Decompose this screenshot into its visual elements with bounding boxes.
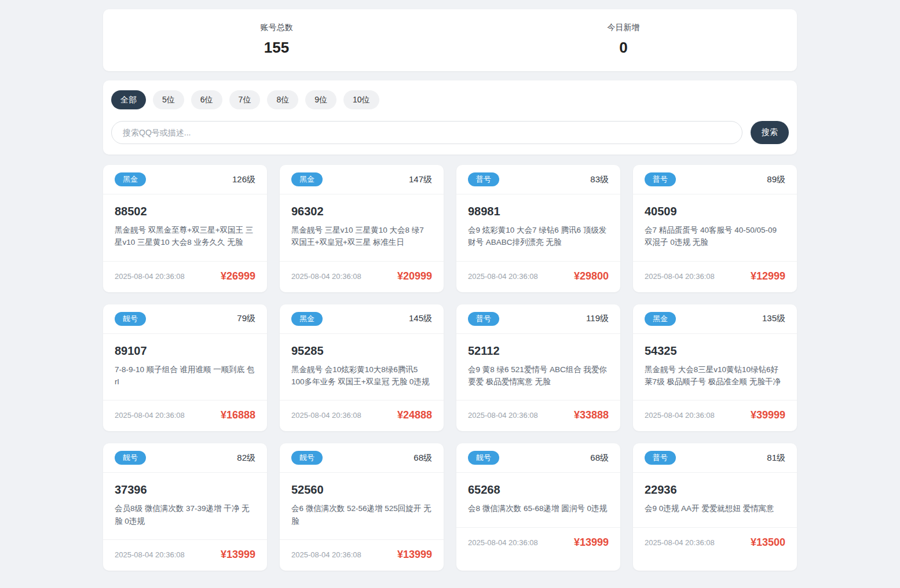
card-body: 40509 会7 精品蛋蛋号 40客服号 40-50/05-09 双混子 0违规… bbox=[633, 194, 797, 261]
account-card[interactable]: 黑金 126级 88502 黑金靓号 双黑金至尊+双三星+双国王 三星v10 三… bbox=[103, 165, 267, 292]
price: ¥33888 bbox=[574, 409, 609, 421]
account-description: 黑金靓号 双黑金至尊+双三星+双国王 三星v10 三星黄10 大会8 业务久久 … bbox=[115, 224, 255, 249]
account-card[interactable]: 靓号 79级 89107 7-8-9-10 顺子组合 谁用谁顺 一顺到底 包rl… bbox=[103, 304, 267, 432]
account-card[interactable]: 普号 89级 40509 会7 精品蛋蛋号 40客服号 40-50/05-09 … bbox=[633, 165, 797, 292]
stat-today-label: 今日新增 bbox=[450, 23, 797, 33]
card-footer: 2025-08-04 20:36:08 ¥26999 bbox=[103, 261, 267, 292]
account-description: 黑金靓号 大会8三星v10黄钻10绿钻6好莱7级 极品顺子号 极品准全顺 无脸干… bbox=[645, 363, 785, 388]
listing-date: 2025-08-04 20:36:08 bbox=[645, 538, 715, 547]
card-header: 黑金 126级 bbox=[103, 165, 267, 194]
card-header: 黑金 145级 bbox=[280, 304, 444, 334]
price: ¥20999 bbox=[397, 270, 432, 282]
account-type-badge: 黑金 bbox=[645, 312, 676, 326]
account-description: 会6 微信满次数 52-56递增 525回旋开 无脸 bbox=[291, 502, 432, 527]
card-body: 98981 会9 炫彩黄10 大会7 绿钻6 腾讯6 顶级发财号 ABABC排列… bbox=[456, 194, 620, 261]
account-card[interactable]: 普号 119级 52112 会9 黄8 绿6 521爱情号 ABC组合 我爱你要… bbox=[456, 304, 620, 432]
digit-filter-tabs: 全部 5位 6位 7位 8位 9位 10位 bbox=[111, 90, 789, 109]
account-description: 会9 黄8 绿6 521爱情号 ABC组合 我爱你要爱 极品爱情寓意 无脸 bbox=[468, 363, 609, 388]
account-level: 68级 bbox=[414, 453, 432, 464]
price: ¥13999 bbox=[397, 549, 432, 561]
account-card[interactable]: 普号 81级 22936 会9 0违规 AA开 爱爱就想妞 爱情寓意 2025-… bbox=[633, 443, 797, 571]
account-level: 79级 bbox=[237, 313, 255, 324]
qq-number: 88502 bbox=[115, 205, 255, 218]
card-footer: 2025-08-04 20:36:08 ¥13500 bbox=[633, 527, 797, 558]
account-card[interactable]: 黑金 145级 95285 黑金靓号 会10炫彩黄10大8绿6腾讯5 100多年… bbox=[280, 304, 444, 432]
account-description: 黑金靓号 会10炫彩黄10大8绿6腾讯5 100多年业务 双国王+双皇冠 无脸 … bbox=[291, 363, 432, 388]
card-footer: 2025-08-04 20:36:08 ¥39999 bbox=[633, 400, 797, 431]
price: ¥29800 bbox=[574, 270, 609, 282]
account-type-badge: 黑金 bbox=[291, 172, 323, 186]
card-body: 65268 会8 微信满次数 65-68递增 圆润号 0违规 bbox=[456, 473, 620, 527]
search-row: 搜索 bbox=[111, 121, 789, 144]
account-level: 126级 bbox=[232, 174, 255, 185]
card-body: 22936 会9 0违规 AA开 爱爱就想妞 爱情寓意 bbox=[633, 473, 797, 527]
qq-number: 98981 bbox=[468, 205, 609, 218]
account-card[interactable]: 黑金 135级 54325 黑金靓号 大会8三星v10黄钻10绿钻6好莱7级 极… bbox=[633, 304, 797, 432]
card-footer: 2025-08-04 20:36:08 ¥24888 bbox=[280, 400, 444, 431]
card-header: 普号 119级 bbox=[456, 304, 620, 334]
digit-filter-tab[interactable]: 10位 bbox=[343, 90, 379, 109]
listing-date: 2025-08-04 20:36:08 bbox=[645, 411, 715, 420]
digit-filter-tab[interactable]: 7位 bbox=[229, 90, 261, 109]
account-type-badge: 靓号 bbox=[115, 451, 146, 465]
card-footer: 2025-08-04 20:36:08 ¥29800 bbox=[456, 261, 620, 292]
digit-filter-tab[interactable]: 6位 bbox=[191, 90, 222, 109]
listing-date: 2025-08-04 20:36:08 bbox=[115, 411, 185, 420]
card-header: 普号 83级 bbox=[456, 165, 620, 194]
card-footer: 2025-08-04 20:36:08 ¥16888 bbox=[103, 400, 267, 431]
account-description: 7-8-9-10 顺子组合 谁用谁顺 一顺到底 包rl bbox=[115, 363, 255, 388]
card-body: 54325 黑金靓号 大会8三星v10黄钻10绿钻6好莱7级 极品顺子号 极品准… bbox=[633, 334, 797, 400]
digit-filter-tab[interactable]: 全部 bbox=[111, 90, 146, 109]
card-footer: 2025-08-04 20:36:08 ¥33888 bbox=[456, 400, 620, 431]
account-card-grid: 黑金 126级 88502 黑金靓号 双黑金至尊+双三星+双国王 三星v10 三… bbox=[103, 165, 797, 571]
qq-number: 37396 bbox=[115, 483, 255, 497]
card-footer: 2025-08-04 20:36:08 ¥13999 bbox=[103, 539, 267, 571]
account-type-badge: 普号 bbox=[645, 451, 676, 465]
listing-date: 2025-08-04 20:36:08 bbox=[468, 538, 538, 547]
account-card[interactable]: 靓号 68级 65268 会8 微信满次数 65-68递增 圆润号 0违规 20… bbox=[456, 443, 620, 571]
account-card[interactable]: 靓号 82级 37396 会员8级 微信满次数 37-39递增 干净 无脸 0违… bbox=[103, 443, 267, 571]
card-header: 普号 81级 bbox=[633, 443, 797, 473]
stat-today-value: 0 bbox=[450, 39, 797, 57]
price: ¥13500 bbox=[751, 536, 785, 549]
account-card[interactable]: 靓号 68级 52560 会6 微信满次数 52-56递增 525回旋开 无脸 … bbox=[280, 443, 444, 571]
card-header: 靓号 68级 bbox=[456, 443, 620, 473]
card-body: 95285 黑金靓号 会10炫彩黄10大8绿6腾讯5 100多年业务 双国王+双… bbox=[280, 334, 444, 400]
account-description: 会9 0违规 AA开 爱爱就想妞 爱情寓意 bbox=[645, 502, 785, 514]
page-container: 账号总数 155 今日新增 0 全部 5位 6位 7位 8位 9位 10位 搜索… bbox=[103, 0, 797, 571]
account-description: 会9 炫彩黄10 大会7 绿钻6 腾讯6 顶级发财号 ABABC排列漂亮 无脸 bbox=[468, 224, 609, 249]
account-level: 145级 bbox=[409, 313, 432, 324]
account-type-badge: 靓号 bbox=[115, 312, 146, 326]
price: ¥39999 bbox=[751, 409, 785, 421]
stat-total-accounts: 账号总数 155 bbox=[103, 23, 450, 57]
qq-number: 95285 bbox=[291, 344, 432, 358]
account-card[interactable]: 普号 83级 98981 会9 炫彩黄10 大会7 绿钻6 腾讯6 顶级发财号 … bbox=[456, 165, 620, 292]
account-card[interactable]: 黑金 147级 96302 黑金靓号 三星v10 三星黄10 大会8 绿7 双国… bbox=[280, 165, 444, 292]
listing-date: 2025-08-04 20:36:08 bbox=[291, 272, 361, 281]
listing-date: 2025-08-04 20:36:08 bbox=[115, 550, 185, 559]
listing-date: 2025-08-04 20:36:08 bbox=[645, 272, 715, 281]
listing-date: 2025-08-04 20:36:08 bbox=[468, 411, 538, 420]
card-header: 普号 89级 bbox=[633, 165, 797, 194]
listing-date: 2025-08-04 20:36:08 bbox=[291, 550, 361, 559]
account-level: 135级 bbox=[762, 313, 785, 324]
listing-date: 2025-08-04 20:36:08 bbox=[291, 411, 361, 420]
listing-date: 2025-08-04 20:36:08 bbox=[115, 272, 185, 281]
account-level: 119级 bbox=[586, 313, 609, 324]
digit-filter-tab[interactable]: 5位 bbox=[153, 90, 184, 109]
digit-filter-tab[interactable]: 9位 bbox=[305, 90, 336, 109]
account-level: 81级 bbox=[767, 453, 785, 464]
search-input[interactable] bbox=[111, 121, 742, 144]
price: ¥26999 bbox=[221, 270, 255, 282]
filter-panel: 全部 5位 6位 7位 8位 9位 10位 搜索 bbox=[103, 80, 797, 155]
card-header: 靓号 68级 bbox=[280, 443, 444, 473]
qq-number: 96302 bbox=[291, 205, 432, 218]
account-type-badge: 靓号 bbox=[291, 451, 323, 465]
account-level: 83级 bbox=[590, 174, 609, 185]
price: ¥16888 bbox=[221, 409, 255, 421]
digit-filter-tab[interactable]: 8位 bbox=[267, 90, 298, 109]
card-body: 37396 会员8级 微信满次数 37-39递增 干净 无脸 0违规 bbox=[103, 473, 267, 539]
card-footer: 2025-08-04 20:36:08 ¥13999 bbox=[280, 539, 444, 571]
search-button[interactable]: 搜索 bbox=[751, 121, 789, 144]
card-footer: 2025-08-04 20:36:08 ¥13999 bbox=[456, 527, 620, 558]
